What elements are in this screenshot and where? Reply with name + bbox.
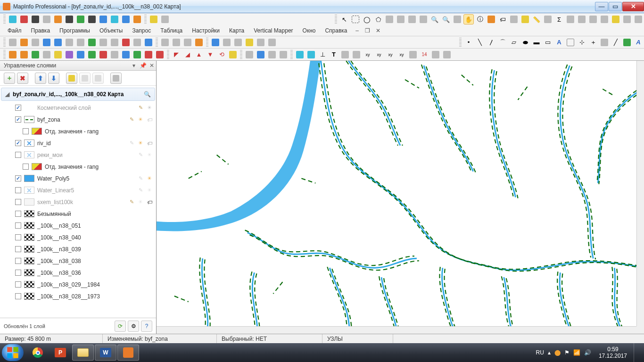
layer-edit-icon[interactable]: ✎ xyxy=(137,104,144,112)
layer-row[interactable]: _100k__n38_051 xyxy=(1,220,155,231)
layer-edit-icon[interactable]: ✎ xyxy=(128,140,135,147)
layer-visibility-checkbox[interactable] xyxy=(15,175,21,181)
misc-1[interactable] xyxy=(599,14,610,25)
tray-antivirus-icon[interactable]: ⬤ xyxy=(554,349,561,356)
layer-edit-icon[interactable]: ✎ xyxy=(128,116,135,123)
toolbar-grip[interactable] xyxy=(240,50,242,59)
t3-34[interactable]: xy xyxy=(396,49,407,60)
t3-28[interactable]: T xyxy=(329,49,339,60)
misc-2[interactable] xyxy=(611,14,621,25)
t3-10[interactable] xyxy=(109,49,120,60)
nav-select-region[interactable] xyxy=(384,14,395,25)
task-chrome[interactable] xyxy=(27,345,49,361)
t3-7[interactable] xyxy=(75,49,86,60)
layer-style-icon[interactable]: ☀ xyxy=(146,175,153,182)
tool-5[interactable] xyxy=(53,14,63,25)
toolbar-grip[interactable] xyxy=(3,50,6,59)
layer-visibility-checkbox[interactable] xyxy=(23,128,29,134)
toolbar-grip[interactable] xyxy=(335,15,337,24)
layer-edit-icon[interactable]: ✎ xyxy=(137,151,144,159)
t3-32[interactable]: xy xyxy=(374,49,384,60)
node-edit-icon[interactable]: ⊹ xyxy=(577,37,587,48)
nav-graph[interactable] xyxy=(418,14,429,25)
district-icon[interactable] xyxy=(565,14,576,25)
menu-verticalmapper[interactable]: Vertical Mapper xyxy=(249,26,297,35)
layer-row[interactable]: _100k__n38_040 xyxy=(1,231,155,243)
draw-arc-icon[interactable]: ⌒ xyxy=(497,37,508,48)
legend-icon[interactable] xyxy=(543,14,553,25)
t2-8[interactable] xyxy=(87,37,97,48)
t3-26[interactable] xyxy=(306,49,316,60)
clip-icon[interactable] xyxy=(577,14,587,25)
tool-10[interactable] xyxy=(109,14,120,25)
t3-3[interactable] xyxy=(30,49,41,60)
tray-flag-icon[interactable]: ▴ xyxy=(548,349,551,356)
move-down-button[interactable]: ⬇ xyxy=(48,73,59,84)
minimize-button[interactable]: — xyxy=(595,2,608,11)
menu-programs[interactable]: Программы xyxy=(55,26,95,35)
draw-roundrect-icon[interactable]: ▭ xyxy=(543,37,553,48)
t2-11[interactable] xyxy=(121,37,131,48)
t2-21[interactable] xyxy=(244,37,255,48)
layer-label-icon[interactable]: 🏷 xyxy=(146,140,153,147)
misc-3[interactable] xyxy=(622,14,632,25)
nav-select-poly[interactable]: ⬠ xyxy=(373,14,383,25)
tray-network-icon[interactable]: 📶 xyxy=(573,349,580,356)
remove-layer-button[interactable]: ✖ xyxy=(17,73,28,84)
layer-visibility-checkbox[interactable] xyxy=(15,246,21,252)
toolbar-grip[interactable] xyxy=(459,38,462,47)
mdi-minimize[interactable]: – xyxy=(353,27,362,34)
layer-style-icon[interactable]: ☀ xyxy=(146,151,153,159)
add-layer-button[interactable]: ＋ xyxy=(4,73,15,84)
tool-8[interactable] xyxy=(87,14,97,25)
nav-select-circle[interactable]: ◯ xyxy=(362,14,372,25)
layer-edit-icon[interactable]: ✎ xyxy=(137,187,144,194)
layer-btn-c[interactable] xyxy=(110,73,122,84)
t3-1[interactable] xyxy=(8,49,18,60)
layer-row[interactable]: byf_zona✎☀🏷 xyxy=(1,114,155,125)
tool-1[interactable] xyxy=(8,14,18,25)
layer-visibility-checkbox[interactable] xyxy=(15,222,21,229)
tool-11[interactable] xyxy=(121,14,131,25)
layer-label-icon[interactable]: 🏷 xyxy=(146,116,153,123)
t2-17[interactable] xyxy=(194,37,204,48)
text-style-icon[interactable]: A xyxy=(633,37,644,48)
t3-6[interactable] xyxy=(64,49,74,60)
layer-visibility-checkbox[interactable] xyxy=(15,281,21,288)
layer-row[interactable]: Отд. значения - rang xyxy=(1,125,155,137)
t2-15[interactable] xyxy=(171,37,182,48)
layer-edit-icon[interactable]: ✎ xyxy=(137,175,144,182)
t2-22[interactable] xyxy=(256,37,266,48)
tool-14[interactable] xyxy=(160,14,170,25)
dragmap-icon[interactable] xyxy=(588,14,598,25)
toolbar-grip[interactable] xyxy=(167,50,169,59)
t2-14[interactable] xyxy=(160,37,170,48)
t3-2[interactable] xyxy=(19,49,29,60)
t3-9[interactable] xyxy=(98,49,108,60)
layer-style-icon[interactable]: ☀ xyxy=(146,104,153,112)
show-desktop-button[interactable] xyxy=(634,343,639,362)
t3-16[interactable]: ◢ xyxy=(182,49,193,60)
close-button[interactable]: ✕ xyxy=(622,2,644,11)
menu-table[interactable]: Таблица xyxy=(156,26,187,35)
t3-22[interactable] xyxy=(256,49,266,60)
layer-btn-a[interactable] xyxy=(79,73,91,84)
layer-visibility-checkbox[interactable] xyxy=(15,140,21,146)
mdi-close[interactable]: ✕ xyxy=(373,27,383,34)
t2-4[interactable] xyxy=(41,37,52,48)
refresh-button[interactable]: ⟳ xyxy=(115,321,126,332)
t2-12[interactable] xyxy=(132,37,142,48)
tool-6[interactable] xyxy=(64,14,74,25)
t3-38[interactable] xyxy=(442,49,452,60)
draw-ellipse-icon[interactable]: ⬬ xyxy=(520,37,530,48)
task-explorer[interactable] xyxy=(72,345,94,361)
layer-row[interactable]: _100k__n38_039 xyxy=(1,243,155,255)
t3-18[interactable]: ▼ xyxy=(205,49,215,60)
t3-35[interactable] xyxy=(408,49,418,60)
layer-label-icon[interactable]: 🏷 xyxy=(146,198,153,206)
draw-line-icon[interactable]: ╲ xyxy=(475,37,485,48)
tool-12[interactable] xyxy=(132,14,142,25)
layer-row[interactable]: Water_Poly5✎☀ xyxy=(1,173,155,184)
t3-13[interactable] xyxy=(143,49,154,60)
zoom-out-icon[interactable]: 🔍 xyxy=(441,14,451,25)
